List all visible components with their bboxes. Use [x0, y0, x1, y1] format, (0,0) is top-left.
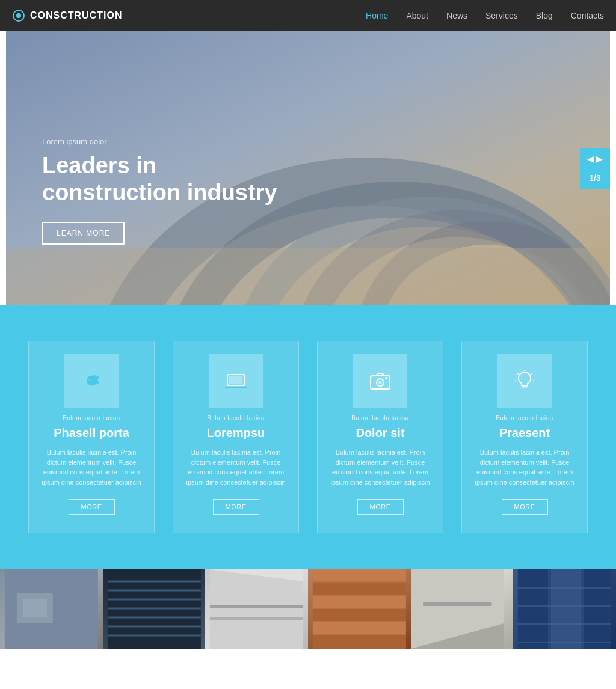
gallery-item-3[interactable] — [205, 569, 308, 649]
svg-point-14 — [385, 377, 387, 379]
hero-title: Leaders in construction industry — [42, 152, 283, 207]
service-title-2: Lorempsu — [207, 426, 265, 440]
gallery-img-1 — [0, 569, 103, 649]
nav-link-blog[interactable]: Blog — [536, 11, 553, 20]
brand-icon — [12, 9, 25, 22]
svg-rect-40 — [313, 596, 406, 608]
nav-item-about[interactable]: About — [406, 10, 428, 21]
services-grid: Bulum laculo lacina Phasell porta Bulum … — [12, 341, 604, 533]
hero-prev-button[interactable]: ◀ — [587, 154, 594, 164]
svg-rect-34 — [210, 605, 303, 608]
nav-item-contacts[interactable]: Contacts — [571, 10, 604, 21]
gallery-item-1[interactable] — [0, 569, 103, 649]
hero-nav-arrows: ◀ ▶ — [580, 148, 610, 170]
service-desc-4: Bulum laculis lacinia est. Proin dictum … — [471, 447, 578, 487]
svg-rect-35 — [210, 617, 303, 620]
hero-cta-button[interactable]: LEARN MORE — [42, 222, 125, 245]
nav-link-about[interactable]: About — [406, 11, 428, 20]
service-small-label-4: Bulum laculo lacina — [496, 415, 553, 421]
svg-rect-52 — [518, 605, 611, 607]
camera-icon — [367, 367, 393, 394]
service-card-3: Bulum laculo lacina Dolor sit Bulum lacu… — [317, 341, 443, 533]
navbar: CONSCTRUCTION Home About News Services B… — [0, 0, 616, 31]
nav-item-blog[interactable]: Blog — [536, 10, 553, 21]
nav-item-services[interactable]: Services — [485, 10, 518, 21]
service-title-3: Dolor sit — [356, 426, 404, 440]
service-more-button-1[interactable]: MORE — [69, 499, 115, 515]
nav-item-news[interactable]: News — [446, 10, 467, 21]
nav-link-news[interactable]: News — [446, 11, 467, 20]
brand-logo[interactable]: CONSCTRUCTION — [12, 9, 122, 22]
service-more-button-3[interactable]: MORE — [357, 499, 404, 515]
service-title-4: Praesent — [499, 426, 550, 440]
gallery-item-6[interactable] — [513, 569, 616, 649]
service-more-button-2[interactable]: MORE — [213, 499, 259, 515]
service-icon-wrap-2 — [209, 354, 263, 408]
svg-rect-16 — [522, 387, 527, 388]
svg-rect-15 — [522, 385, 528, 387]
service-card-1: Bulum laculo lacina Phasell porta Bulum … — [28, 341, 155, 533]
hero-content: Lorem ipsum dolor Leaders in constructio… — [42, 137, 283, 245]
svg-rect-8 — [6, 248, 610, 305]
hero-section: Lorem ipsum dolor Leaders in constructio… — [6, 31, 610, 305]
gallery-item-5[interactable] — [411, 569, 514, 649]
svg-rect-41 — [313, 609, 406, 621]
service-title-1: Phasell porta — [54, 426, 129, 440]
hero-slider-nav: ◀ ▶ 1/3 — [580, 148, 610, 189]
svg-line-20 — [517, 373, 518, 374]
nav-item-home[interactable]: Home — [366, 10, 388, 21]
brand-name: CONSCTRUCTION — [30, 10, 122, 21]
service-small-label-3: Bulum laculo lacina — [351, 415, 409, 421]
svg-rect-24 — [23, 599, 47, 617]
service-icon-wrap-3 — [353, 354, 407, 408]
svg-rect-53 — [518, 623, 611, 625]
bulb-icon — [511, 367, 538, 394]
service-icon-wrap-1 — [64, 354, 119, 408]
service-desc-1: Bulum laculis lacinia est. Proin dictum … — [38, 447, 145, 487]
svg-point-1 — [16, 13, 21, 18]
svg-rect-49 — [551, 569, 581, 649]
laptop-icon — [223, 367, 249, 394]
service-icon-wrap-4 — [497, 354, 552, 408]
nav-link-services[interactable]: Services — [485, 11, 518, 20]
svg-rect-43 — [313, 635, 406, 649]
nav-link-home[interactable]: Home — [366, 11, 388, 20]
service-desc-2: Bulum laculis lacinia est. Proin dictum … — [182, 447, 289, 487]
svg-rect-45 — [423, 602, 492, 606]
svg-rect-33 — [210, 569, 303, 649]
gallery-img-3 — [205, 569, 308, 649]
service-more-button-4[interactable]: MORE — [502, 499, 548, 515]
gallery-img-5 — [411, 569, 504, 649]
gallery-img-2 — [103, 569, 206, 649]
nav-link-contacts[interactable]: Contacts — [571, 11, 604, 20]
gallery-item-4[interactable] — [308, 569, 411, 649]
nav-menu: Home About News Services Blog Contacts — [366, 10, 604, 21]
hero-next-button[interactable]: ▶ — [596, 154, 603, 164]
gallery-img-6 — [513, 569, 616, 649]
gallery-item-2[interactable] — [103, 569, 206, 649]
svg-rect-42 — [313, 622, 406, 634]
service-card-2: Bulum laculo lacina Lorempsu Bulum lacul… — [173, 341, 299, 533]
service-desc-3: Bulum laculis lacinia est. Proin dictum … — [327, 447, 434, 487]
services-section: Bulum laculo lacina Phasell porta Bulum … — [0, 305, 616, 569]
svg-rect-54 — [518, 642, 611, 643]
svg-line-18 — [531, 373, 532, 374]
svg-rect-51 — [518, 587, 611, 589]
gear-icon — [78, 367, 105, 394]
svg-rect-48 — [518, 569, 548, 649]
gallery-img-4 — [308, 569, 411, 649]
svg-rect-39 — [313, 583, 406, 595]
svg-rect-38 — [313, 569, 406, 581]
service-card-4: Bulum laculo lacina Praesent Bulum lacul… — [461, 341, 588, 533]
service-small-label-1: Bulum laculo lacina — [63, 415, 120, 421]
svg-point-13 — [378, 381, 382, 384]
hero-subtitle: Lorem ipsum dolor — [42, 137, 283, 146]
svg-rect-50 — [584, 569, 611, 649]
service-small-label-2: Bulum laculo lacina — [207, 415, 265, 421]
gallery-section — [0, 569, 616, 649]
hero-counter: 1/3 — [589, 170, 600, 189]
svg-rect-10 — [229, 376, 242, 384]
